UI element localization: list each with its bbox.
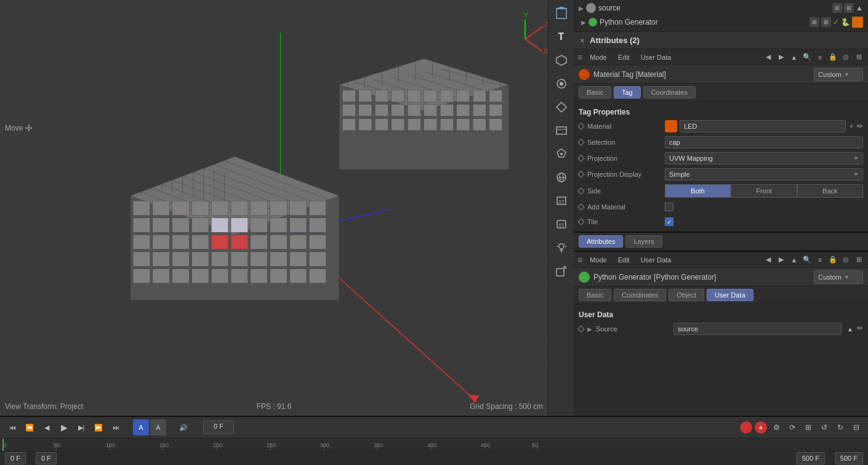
filter-icon-2[interactable]: ≡: [814, 254, 826, 265]
external-icon-2[interactable]: ⊞: [853, 254, 864, 265]
user-data-btn-2[interactable]: User Data: [637, 256, 675, 264]
tl-auto-btn[interactable]: A: [755, 421, 767, 434]
tl-record-btn[interactable]: [740, 421, 752, 434]
tl-sync[interactable]: ⟳: [786, 421, 799, 434]
tl-prev-key[interactable]: ⏪: [22, 420, 37, 435]
projection-diamond[interactable]: [577, 155, 584, 161]
source-diamond[interactable]: [577, 325, 584, 332]
side-btn-front[interactable]: Front: [731, 184, 797, 198]
custom-dropdown-2[interactable]: Custom ▼: [814, 270, 863, 284]
sidebar-icon-stamp[interactable]: ST: [550, 190, 573, 212]
source-input-field[interactable]: source: [673, 323, 842, 335]
target-icon-2[interactable]: ◎: [840, 254, 851, 265]
nav-up-icon-2[interactable]: ▲: [789, 254, 800, 265]
material-name-field[interactable]: LED: [680, 120, 846, 132]
lock-icon-2[interactable]: 🔒: [827, 254, 838, 265]
py-ctrl-2[interactable]: ⊞: [821, 17, 831, 27]
selection-diamond[interactable]: [577, 139, 584, 145]
custom-dropdown-1[interactable]: Custom ▼: [814, 68, 863, 81]
proj-display-diamond[interactable]: [577, 171, 584, 177]
search-icon-2[interactable]: 🔍: [802, 254, 813, 265]
tl-volume[interactable]: 🔊: [176, 420, 191, 435]
sidebar-icon-light[interactable]: [550, 237, 573, 259]
source-edit-icon[interactable]: ✏: [857, 324, 863, 334]
target-icon[interactable]: ◎: [840, 52, 851, 63]
edit-btn-1[interactable]: Edit: [614, 53, 633, 62]
nav-up-icon[interactable]: ▲: [789, 52, 800, 63]
frame-counter-start1[interactable]: 0 F: [5, 452, 26, 464]
side-btn-back[interactable]: Back: [797, 184, 863, 198]
source-ctrl-1[interactable]: ⊞: [832, 3, 842, 13]
add-material-checkbox[interactable]: [665, 203, 673, 211]
tab-layers-main[interactable]: Layers: [625, 235, 662, 248]
tl-goto-start[interactable]: ⏮: [5, 420, 20, 435]
material-color-swatch[interactable]: [665, 120, 677, 132]
py-color-swatch[interactable]: [852, 17, 863, 28]
source-ctrl-2[interactable]: ⊞: [844, 3, 854, 13]
tl-menu1[interactable]: ⊞: [802, 421, 815, 434]
user-data-btn-1[interactable]: User Data: [637, 53, 675, 62]
svg-rect-117: [172, 269, 190, 283]
edit-btn-2[interactable]: Edit: [614, 256, 633, 264]
add-material-diamond[interactable]: [577, 203, 584, 210]
sidebar-icon-object[interactable]: [550, 49, 573, 71]
tl-frame-input[interactable]: 0 F: [203, 421, 234, 434]
frame-counter-end1[interactable]: 500 F: [797, 452, 825, 464]
tl-mode-btn[interactable]: A: [133, 419, 149, 435]
tile-checkbox[interactable]: ✓: [665, 217, 673, 226]
sidebar-icon-fx[interactable]: [550, 73, 573, 95]
material-edit-icon[interactable]: ✏: [857, 122, 863, 131]
tab-basic-2[interactable]: Basic: [579, 289, 611, 301]
source-arrow-up[interactable]: ▲: [845, 324, 855, 334]
attr-close-btn-1[interactable]: ×: [577, 36, 587, 46]
sidebar-icon-move[interactable]: [550, 119, 573, 142]
sidebar-icon-poly[interactable]: [550, 143, 573, 165]
object-row-python-gen[interactable]: ▶ Python Generator ⊞ ⊞ ✓ 🐍: [576, 15, 866, 30]
sidebar-icon-shape[interactable]: [550, 96, 573, 118]
material-diamond[interactable]: [577, 123, 584, 129]
sidebar-icon-stamp2[interactable]: ST: [550, 213, 573, 235]
object-row-source[interactable]: ▶ source ⊞ ⊞ ▲: [576, 1, 866, 15]
tl-next-key[interactable]: ⏩: [91, 420, 106, 435]
tl-goto-end[interactable]: ⏭: [108, 420, 123, 435]
sidebar-icon-tag[interactable]: [550, 260, 573, 282]
tab-basic-1[interactable]: Basic: [579, 86, 611, 99]
tab-attributes-main[interactable]: Attributes: [579, 235, 623, 248]
filter-icon[interactable]: ≡: [814, 52, 826, 63]
mode-btn-2[interactable]: Mode: [586, 256, 611, 264]
external-icon[interactable]: ⊞: [853, 52, 864, 63]
tab-object-2[interactable]: Object: [669, 289, 704, 301]
sidebar-icon-text[interactable]: T: [550, 26, 573, 48]
frame-counter-end2[interactable]: 500 F: [835, 452, 863, 464]
selection-input[interactable]: cap: [665, 136, 863, 148]
tab-coordinates-2[interactable]: Coordinates: [614, 289, 666, 301]
tile-diamond[interactable]: [577, 218, 584, 225]
tl-step-back[interactable]: ◀: [39, 420, 54, 435]
tl-play[interactable]: ▶: [57, 420, 71, 435]
proj-display-dropdown[interactable]: Simple ▼: [665, 168, 863, 180]
timeline-ruler[interactable]: 0 50 100 150 200 250 300 350 400 450 500: [0, 439, 868, 450]
lock-icon[interactable]: 🔒: [827, 52, 838, 63]
mode-btn-1[interactable]: Mode: [586, 53, 611, 62]
tl-end[interactable]: ⊟: [850, 421, 863, 434]
py-ctrl-1[interactable]: ⊞: [810, 17, 819, 27]
nav-back-icon[interactable]: ◀: [763, 52, 774, 63]
side-diamond[interactable]: [577, 187, 584, 194]
projection-dropdown[interactable]: UVW Mapping ▼: [665, 152, 863, 164]
side-btn-both[interactable]: Both: [665, 184, 731, 198]
sidebar-icon-globe[interactable]: ST: [550, 166, 573, 188]
tl-settings[interactable]: ⚙: [770, 421, 783, 434]
nav-forward-icon-2[interactable]: ▶: [776, 254, 787, 265]
tab-tag-1[interactable]: Tag: [614, 86, 641, 99]
tl-bounce[interactable]: ↻: [834, 421, 847, 434]
nav-forward-icon[interactable]: ▶: [776, 52, 787, 63]
frame-counter-start2[interactable]: 0 F: [36, 452, 57, 464]
nav-back-icon-2[interactable]: ◀: [763, 254, 774, 265]
tab-user-data-2[interactable]: User Data: [707, 289, 753, 301]
search-icon[interactable]: 🔍: [802, 52, 813, 63]
tab-coordinates-1[interactable]: Coordinates: [643, 86, 696, 99]
tl-loop[interactable]: ↺: [818, 421, 831, 434]
sidebar-icon-cube[interactable]: [550, 2, 573, 25]
tl-step-fwd[interactable]: ▶|: [74, 420, 89, 435]
tl-abc-btn[interactable]: A: [150, 419, 166, 435]
